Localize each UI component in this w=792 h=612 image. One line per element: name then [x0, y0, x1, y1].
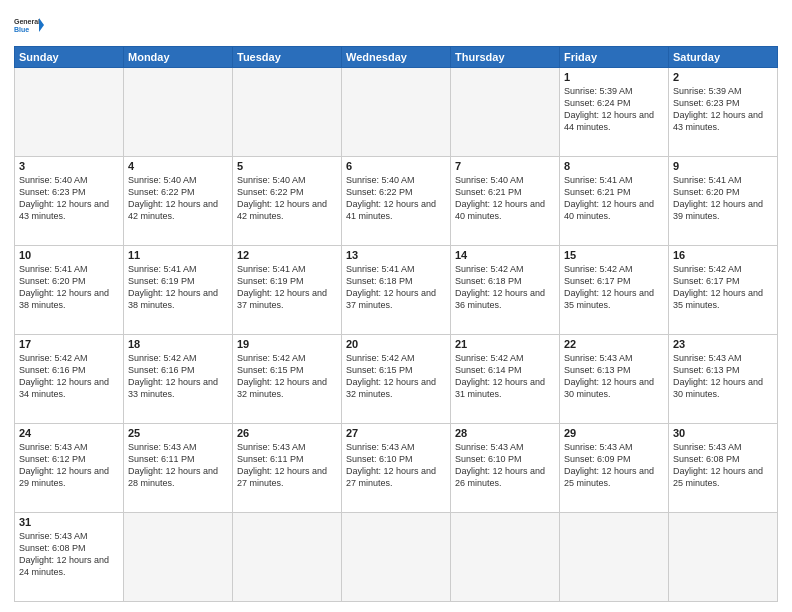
- day-number: 21: [455, 338, 555, 350]
- calendar-cell: 8Sunrise: 5:41 AM Sunset: 6:21 PM Daylig…: [560, 157, 669, 246]
- calendar-cell: [124, 513, 233, 602]
- day-number: 26: [237, 427, 337, 439]
- calendar-cell: [560, 513, 669, 602]
- calendar-cell: 6Sunrise: 5:40 AM Sunset: 6:22 PM Daylig…: [342, 157, 451, 246]
- day-number: 8: [564, 160, 664, 172]
- calendar-table: SundayMondayTuesdayWednesdayThursdayFrid…: [14, 46, 778, 602]
- day-number: 29: [564, 427, 664, 439]
- day-info: Sunrise: 5:43 AM Sunset: 6:13 PM Dayligh…: [673, 352, 773, 401]
- day-info: Sunrise: 5:43 AM Sunset: 6:08 PM Dayligh…: [19, 530, 119, 579]
- day-info: Sunrise: 5:42 AM Sunset: 6:15 PM Dayligh…: [346, 352, 446, 401]
- day-number: 30: [673, 427, 773, 439]
- day-number: 22: [564, 338, 664, 350]
- logo: GeneralBlue: [14, 10, 44, 40]
- day-info: Sunrise: 5:41 AM Sunset: 6:18 PM Dayligh…: [346, 263, 446, 312]
- weekday-header-row: SundayMondayTuesdayWednesdayThursdayFrid…: [15, 47, 778, 68]
- day-info: Sunrise: 5:42 AM Sunset: 6:17 PM Dayligh…: [564, 263, 664, 312]
- calendar-week-row: 31Sunrise: 5:43 AM Sunset: 6:08 PM Dayli…: [15, 513, 778, 602]
- day-info: Sunrise: 5:42 AM Sunset: 6:17 PM Dayligh…: [673, 263, 773, 312]
- generalblue-logo-icon: GeneralBlue: [14, 10, 44, 40]
- page: GeneralBlue SundayMondayTuesdayWednesday…: [0, 0, 792, 612]
- calendar-cell: 2Sunrise: 5:39 AM Sunset: 6:23 PM Daylig…: [669, 68, 778, 157]
- weekday-header-friday: Friday: [560, 47, 669, 68]
- calendar-cell: 24Sunrise: 5:43 AM Sunset: 6:12 PM Dayli…: [15, 424, 124, 513]
- calendar-week-row: 17Sunrise: 5:42 AM Sunset: 6:16 PM Dayli…: [15, 335, 778, 424]
- day-info: Sunrise: 5:39 AM Sunset: 6:23 PM Dayligh…: [673, 85, 773, 134]
- day-number: 4: [128, 160, 228, 172]
- day-info: Sunrise: 5:42 AM Sunset: 6:16 PM Dayligh…: [128, 352, 228, 401]
- calendar-cell: 4Sunrise: 5:40 AM Sunset: 6:22 PM Daylig…: [124, 157, 233, 246]
- calendar-cell: 9Sunrise: 5:41 AM Sunset: 6:20 PM Daylig…: [669, 157, 778, 246]
- day-number: 9: [673, 160, 773, 172]
- day-number: 6: [346, 160, 446, 172]
- day-number: 7: [455, 160, 555, 172]
- calendar-cell: 18Sunrise: 5:42 AM Sunset: 6:16 PM Dayli…: [124, 335, 233, 424]
- day-number: 13: [346, 249, 446, 261]
- day-number: 3: [19, 160, 119, 172]
- day-number: 19: [237, 338, 337, 350]
- day-number: 31: [19, 516, 119, 528]
- calendar-cell: 26Sunrise: 5:43 AM Sunset: 6:11 PM Dayli…: [233, 424, 342, 513]
- calendar-cell: 17Sunrise: 5:42 AM Sunset: 6:16 PM Dayli…: [15, 335, 124, 424]
- calendar-cell: 27Sunrise: 5:43 AM Sunset: 6:10 PM Dayli…: [342, 424, 451, 513]
- day-info: Sunrise: 5:43 AM Sunset: 6:10 PM Dayligh…: [346, 441, 446, 490]
- day-info: Sunrise: 5:40 AM Sunset: 6:23 PM Dayligh…: [19, 174, 119, 223]
- day-info: Sunrise: 5:41 AM Sunset: 6:20 PM Dayligh…: [19, 263, 119, 312]
- calendar-cell: [342, 68, 451, 157]
- day-number: 10: [19, 249, 119, 261]
- calendar-cell: 21Sunrise: 5:42 AM Sunset: 6:14 PM Dayli…: [451, 335, 560, 424]
- calendar-cell: 23Sunrise: 5:43 AM Sunset: 6:13 PM Dayli…: [669, 335, 778, 424]
- svg-text:General: General: [14, 18, 40, 25]
- day-number: 2: [673, 71, 773, 83]
- day-number: 1: [564, 71, 664, 83]
- day-info: Sunrise: 5:42 AM Sunset: 6:14 PM Dayligh…: [455, 352, 555, 401]
- day-info: Sunrise: 5:43 AM Sunset: 6:09 PM Dayligh…: [564, 441, 664, 490]
- calendar-cell: 7Sunrise: 5:40 AM Sunset: 6:21 PM Daylig…: [451, 157, 560, 246]
- calendar-cell: [669, 513, 778, 602]
- day-number: 15: [564, 249, 664, 261]
- calendar-cell: [451, 68, 560, 157]
- svg-text:Blue: Blue: [14, 26, 29, 33]
- calendar-cell: 1Sunrise: 5:39 AM Sunset: 6:24 PM Daylig…: [560, 68, 669, 157]
- calendar-week-row: 10Sunrise: 5:41 AM Sunset: 6:20 PM Dayli…: [15, 246, 778, 335]
- day-number: 28: [455, 427, 555, 439]
- calendar-cell: 22Sunrise: 5:43 AM Sunset: 6:13 PM Dayli…: [560, 335, 669, 424]
- calendar-cell: 14Sunrise: 5:42 AM Sunset: 6:18 PM Dayli…: [451, 246, 560, 335]
- calendar-cell: [451, 513, 560, 602]
- day-info: Sunrise: 5:43 AM Sunset: 6:11 PM Dayligh…: [237, 441, 337, 490]
- calendar-cell: [124, 68, 233, 157]
- day-info: Sunrise: 5:41 AM Sunset: 6:19 PM Dayligh…: [128, 263, 228, 312]
- calendar-cell: 3Sunrise: 5:40 AM Sunset: 6:23 PM Daylig…: [15, 157, 124, 246]
- calendar-cell: 10Sunrise: 5:41 AM Sunset: 6:20 PM Dayli…: [15, 246, 124, 335]
- day-info: Sunrise: 5:43 AM Sunset: 6:10 PM Dayligh…: [455, 441, 555, 490]
- calendar-cell: [233, 68, 342, 157]
- day-number: 27: [346, 427, 446, 439]
- calendar-cell: [15, 68, 124, 157]
- calendar-body: 1Sunrise: 5:39 AM Sunset: 6:24 PM Daylig…: [15, 68, 778, 602]
- calendar-cell: [233, 513, 342, 602]
- day-number: 14: [455, 249, 555, 261]
- weekday-header-wednesday: Wednesday: [342, 47, 451, 68]
- day-info: Sunrise: 5:40 AM Sunset: 6:22 PM Dayligh…: [128, 174, 228, 223]
- calendar-cell: 28Sunrise: 5:43 AM Sunset: 6:10 PM Dayli…: [451, 424, 560, 513]
- weekday-header-tuesday: Tuesday: [233, 47, 342, 68]
- day-number: 20: [346, 338, 446, 350]
- day-info: Sunrise: 5:40 AM Sunset: 6:21 PM Dayligh…: [455, 174, 555, 223]
- weekday-header-sunday: Sunday: [15, 47, 124, 68]
- day-info: Sunrise: 5:41 AM Sunset: 6:19 PM Dayligh…: [237, 263, 337, 312]
- header: GeneralBlue: [14, 10, 778, 40]
- calendar-cell: 29Sunrise: 5:43 AM Sunset: 6:09 PM Dayli…: [560, 424, 669, 513]
- day-info: Sunrise: 5:42 AM Sunset: 6:16 PM Dayligh…: [19, 352, 119, 401]
- calendar-cell: [342, 513, 451, 602]
- calendar-cell: 11Sunrise: 5:41 AM Sunset: 6:19 PM Dayli…: [124, 246, 233, 335]
- day-number: 25: [128, 427, 228, 439]
- calendar-cell: 5Sunrise: 5:40 AM Sunset: 6:22 PM Daylig…: [233, 157, 342, 246]
- day-info: Sunrise: 5:41 AM Sunset: 6:21 PM Dayligh…: [564, 174, 664, 223]
- calendar-cell: 30Sunrise: 5:43 AM Sunset: 6:08 PM Dayli…: [669, 424, 778, 513]
- day-number: 12: [237, 249, 337, 261]
- day-info: Sunrise: 5:40 AM Sunset: 6:22 PM Dayligh…: [346, 174, 446, 223]
- day-info: Sunrise: 5:39 AM Sunset: 6:24 PM Dayligh…: [564, 85, 664, 134]
- day-number: 11: [128, 249, 228, 261]
- weekday-header-saturday: Saturday: [669, 47, 778, 68]
- day-info: Sunrise: 5:43 AM Sunset: 6:08 PM Dayligh…: [673, 441, 773, 490]
